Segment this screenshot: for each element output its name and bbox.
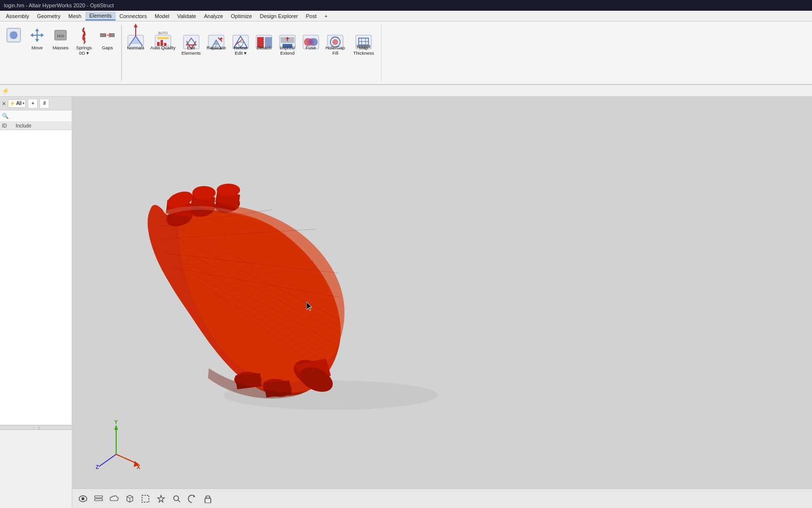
ribbon-group-left: Move 1KG Masses Springs0D ▾ bbox=[0, 23, 122, 82]
main-viewport: Z Y X bbox=[72, 97, 812, 508]
tool-star-btn[interactable] bbox=[154, 492, 168, 506]
svg-rect-85 bbox=[142, 495, 149, 502]
ribbon-btn-edit-elements[interactable]: EditElements bbox=[179, 24, 204, 58]
svg-text:Z: Z bbox=[96, 464, 99, 470]
menu-post[interactable]: Post bbox=[302, 12, 321, 20]
ribbon-btn-auto-quality[interactable]: AUTO Auto Quality bbox=[147, 24, 179, 52]
cursor-area bbox=[306, 302, 314, 313]
menu-optimize[interactable]: Optimize bbox=[227, 12, 256, 20]
left-panel: × ⚡ All ▾ + # 🔍 ID Include ··· ⟨ bbox=[0, 97, 72, 508]
panel-hash-btn[interactable]: # bbox=[40, 99, 49, 108]
svg-point-41 bbox=[332, 39, 338, 45]
ribbon-btn-move[interactable]: Move bbox=[25, 24, 49, 52]
panel-plus-btn[interactable]: + bbox=[28, 99, 38, 108]
svg-point-86 bbox=[174, 496, 179, 501]
svg-line-72 bbox=[99, 454, 116, 466]
ribbon-btn-detach[interactable]: Detach bbox=[252, 24, 276, 52]
ribbon-btn-fuse[interactable]: Fuse bbox=[299, 24, 323, 52]
ribbon-btn-masses[interactable]: 1KG Masses bbox=[49, 24, 72, 52]
ribbon-btn-springs[interactable]: Springs0D ▾ bbox=[72, 24, 96, 58]
menu-design-explorer[interactable]: Design Explorer bbox=[256, 12, 302, 20]
menu-assembly[interactable]: Assembly bbox=[2, 12, 33, 20]
title-bar: login.hm - Altair HyperWorks 2020 - Opti… bbox=[0, 0, 812, 11]
svg-text:Y: Y bbox=[114, 420, 118, 425]
3d-model-area bbox=[72, 97, 812, 508]
menu-geometry[interactable]: Geometry bbox=[33, 12, 64, 20]
menu-elements[interactable]: Elements bbox=[85, 12, 116, 21]
svg-point-55 bbox=[217, 184, 240, 196]
ribbon-btn-gaps[interactable]: Gaps bbox=[96, 24, 119, 52]
bottom-sub-panel bbox=[0, 430, 72, 508]
ribbon-btn-something[interactable] bbox=[2, 24, 25, 47]
title-text: login.hm - Altair HyperWorks 2020 - Opti… bbox=[4, 2, 114, 8]
panel-filter-dropdown[interactable]: ⚡ All ▾ bbox=[8, 99, 26, 108]
svg-line-83 bbox=[130, 497, 133, 498]
menu-connectors[interactable]: Connectors bbox=[116, 12, 151, 20]
svg-rect-18 bbox=[157, 37, 169, 39]
menu-bar: Assembly Geometry Mesh Elements Connecto… bbox=[0, 11, 812, 21]
ribbon-group-elements: Normals AUTO Auto Quality bbox=[122, 23, 382, 82]
svg-text:AUTO: AUTO bbox=[158, 31, 168, 35]
tool-eye-btn[interactable] bbox=[76, 492, 90, 506]
tool-box-btn[interactable] bbox=[139, 492, 152, 506]
tool-rotate-btn[interactable] bbox=[185, 492, 199, 506]
tool-lock-btn[interactable] bbox=[201, 492, 215, 506]
svg-line-87 bbox=[178, 500, 180, 502]
bottom-toolbar bbox=[72, 488, 812, 508]
panel-header: × ⚡ All ▾ + # bbox=[0, 97, 72, 110]
menu-analyze[interactable]: Analyze bbox=[200, 12, 227, 20]
menu-validate[interactable]: Validate bbox=[173, 12, 200, 20]
ribbon-btn-map-thickness[interactable]: Map Thickness bbox=[348, 24, 379, 58]
svg-rect-80 bbox=[95, 496, 102, 498]
search-icon: 🔍 bbox=[2, 113, 9, 119]
tool-layers-btn[interactable] bbox=[92, 492, 105, 506]
panel-column-headers: ID Include bbox=[0, 122, 72, 130]
svg-text:1KG: 1KG bbox=[57, 34, 64, 38]
panel-content bbox=[0, 130, 72, 425]
svg-text:X: X bbox=[137, 464, 141, 470]
cursor-icon bbox=[306, 302, 314, 312]
panel-search-area: 🔍 bbox=[0, 110, 72, 122]
svg-rect-81 bbox=[95, 499, 102, 501]
menu-extra[interactable]: + bbox=[321, 12, 331, 20]
panel-close-btn[interactable]: × bbox=[2, 100, 6, 107]
filter-dropdown-arrow: ▾ bbox=[22, 101, 24, 106]
qa-icon: ⚡ bbox=[2, 87, 9, 94]
svg-rect-88 bbox=[205, 498, 211, 503]
tool-cube-btn[interactable] bbox=[123, 492, 137, 506]
ribbon-toolbar: Move 1KG Masses Springs0D ▾ bbox=[0, 21, 812, 85]
menu-model[interactable]: Model bbox=[151, 12, 173, 20]
ribbon-btn-imprint[interactable]: Imprint/Extend bbox=[276, 24, 299, 58]
svg-point-79 bbox=[81, 497, 84, 500]
svg-line-82 bbox=[127, 497, 130, 498]
tool-cloud-btn[interactable] bbox=[107, 492, 121, 506]
ribbon-btn-hole-gap[interactable]: Hole/GapFill bbox=[323, 24, 348, 58]
axis-indicator: Z Y X bbox=[92, 420, 141, 479]
ribbon-btn-refine[interactable]: RefineEdit ▾ bbox=[229, 24, 252, 58]
menu-mesh[interactable]: Mesh bbox=[64, 12, 85, 20]
svg-point-1 bbox=[10, 31, 18, 39]
svg-rect-6 bbox=[100, 33, 105, 37]
svg-rect-7 bbox=[110, 33, 115, 37]
col-include: Include bbox=[16, 123, 31, 128]
filter-lightning-icon: ⚡ bbox=[9, 101, 15, 106]
panel-split-handle[interactable]: ··· ⟨ bbox=[0, 425, 72, 430]
split-dots: ··· ⟨ bbox=[32, 425, 40, 430]
tool-search-zoom-btn[interactable] bbox=[170, 492, 183, 506]
search-input[interactable] bbox=[11, 112, 74, 121]
quick-access-toolbar: ⚡ bbox=[0, 85, 812, 97]
svg-point-53 bbox=[192, 186, 216, 200]
ribbon-btn-replicate[interactable]: Replicate bbox=[203, 24, 229, 52]
ribbon-btn-normals[interactable]: Normals bbox=[124, 24, 147, 52]
col-id: ID bbox=[2, 123, 14, 128]
